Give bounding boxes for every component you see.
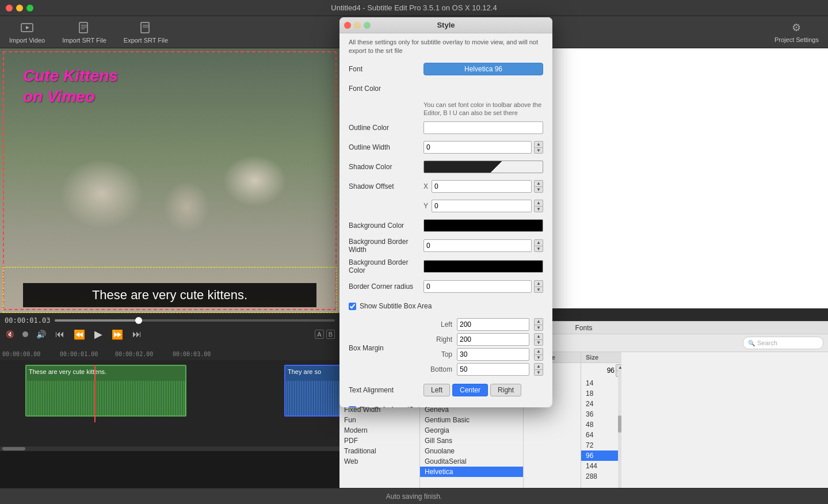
- align-left-button[interactable]: Left: [423, 384, 450, 396]
- size-24[interactable]: 24: [581, 399, 621, 409]
- border-corner-input[interactable]: [423, 280, 532, 293]
- bg-border-color-row: Background Border Color: [349, 258, 543, 274]
- family-goudita[interactable]: GouditaSerial: [420, 456, 523, 467]
- margin-bottom-input[interactable]: [457, 363, 529, 376]
- margin-bottom-down[interactable]: ▼: [534, 369, 543, 376]
- bg-border-width-up[interactable]: ▲: [534, 239, 543, 246]
- family-helvetica[interactable]: Helvetica: [420, 467, 523, 477]
- border-corner-up[interactable]: ▲: [534, 280, 543, 287]
- family-gill-sans[interactable]: Gill Sans: [420, 436, 523, 446]
- maximize-button[interactable]: [26, 5, 33, 12]
- margin-right-up[interactable]: ▲: [534, 333, 543, 339]
- collection-web[interactable]: Web: [339, 456, 419, 467]
- dialog-subtitle: All these settings only for subtitle ove…: [339, 33, 552, 58]
- margin-bottom-up[interactable]: ▲: [534, 363, 543, 369]
- rewind-button[interactable]: ⏪: [73, 328, 86, 341]
- dialog-min-button[interactable]: [354, 22, 361, 29]
- title-safe-outer-checkbox[interactable]: [349, 406, 356, 407]
- bg-border-width-down[interactable]: ▼: [534, 246, 543, 252]
- time-row: 00:00:01.03: [5, 315, 335, 326]
- export-srt-button[interactable]: Export SRT File: [124, 21, 168, 44]
- bg-border-width-row: Background Border Width ▲ ▼: [349, 238, 543, 254]
- shadow-x-label: X: [423, 182, 428, 190]
- size-14[interactable]: 14: [581, 378, 621, 388]
- size-96[interactable]: 96: [581, 450, 621, 461]
- align-right-button[interactable]: Right: [490, 384, 521, 396]
- size-48[interactable]: 48: [581, 419, 621, 430]
- border-corner-down[interactable]: ▼: [534, 287, 543, 293]
- outline-width-up[interactable]: ▲: [534, 141, 543, 147]
- import-video-button[interactable]: Import Video: [9, 21, 45, 44]
- size-72[interactable]: 72: [581, 440, 621, 450]
- import-srt-button[interactable]: Import SRT File: [62, 21, 106, 44]
- family-georgia[interactable]: Georgia: [420, 425, 523, 436]
- align-center-button[interactable]: Center: [452, 384, 488, 396]
- skip-end-button[interactable]: ⏭: [131, 328, 143, 341]
- mute-button[interactable]: 🔇: [5, 329, 16, 339]
- project-settings-button[interactable]: ⚙ Project Settings: [774, 21, 819, 43]
- minimize-button[interactable]: [16, 5, 23, 12]
- dialog-max-button[interactable]: [364, 22, 371, 29]
- shadow-y-down[interactable]: ▼: [534, 206, 543, 212]
- font-selector-button[interactable]: Helvetica 96: [423, 63, 543, 75]
- playhead[interactable]: [94, 365, 96, 422]
- shadow-x-input[interactable]: [432, 180, 532, 193]
- shadow-x-up[interactable]: ▲: [534, 180, 543, 186]
- text-alignment-label: Text Alignment: [349, 386, 423, 394]
- skip-start-button[interactable]: ⏮: [54, 328, 66, 341]
- margin-left-stepper: ▲ ▼: [534, 318, 543, 331]
- collection-pdf[interactable]: PDF: [339, 436, 419, 446]
- collection-modern[interactable]: Modern: [339, 425, 419, 436]
- size-144[interactable]: 144: [581, 461, 621, 471]
- bg-border-width-input[interactable]: [423, 239, 532, 252]
- show-subtitle-box-checkbox[interactable]: [349, 303, 356, 310]
- title-safe-outer-row: Title Safe Area (Outer): [349, 402, 543, 407]
- shadow-y-up[interactable]: ▲: [534, 200, 543, 206]
- margin-top-input[interactable]: [457, 348, 529, 361]
- family-gentium[interactable]: Gentium Basic: [420, 415, 523, 425]
- outline-color-swatch[interactable]: [423, 121, 543, 134]
- play-button[interactable]: ▶: [93, 327, 104, 342]
- shadow-color-swatch[interactable]: [423, 161, 543, 173]
- margin-right-input[interactable]: [457, 333, 529, 346]
- fonts-search-box[interactable]: 🔍 Search: [743, 337, 823, 349]
- size-64[interactable]: 64: [581, 430, 621, 440]
- title-safe-outer-label[interactable]: Title Safe Area (Outer): [349, 406, 429, 407]
- bg-border-color-swatch[interactable]: [423, 260, 543, 273]
- close-button[interactable]: [6, 5, 13, 12]
- box-margin-value: Left ▲ ▼ Right ▲ ▼: [423, 318, 543, 378]
- collection-traditional[interactable]: Traditional: [339, 446, 419, 456]
- timeline-scrollbar[interactable]: [0, 446, 339, 451]
- volume-icon[interactable]: 🔊: [35, 329, 47, 340]
- family-gnuolane[interactable]: Gnuolane: [420, 446, 523, 456]
- collection-fun[interactable]: Fun: [339, 415, 419, 425]
- subtitle-main-text: These are very cute kittens.: [92, 288, 247, 302]
- dialog-close-button[interactable]: [344, 22, 351, 29]
- margin-right-down[interactable]: ▼: [534, 339, 543, 346]
- marker-a-button[interactable]: A: [315, 330, 323, 339]
- subtitle-pink-line2: on Vimeo: [23, 86, 118, 107]
- fast-forward-button[interactable]: ⏩: [110, 328, 124, 341]
- bg-border-color-value: [423, 260, 543, 273]
- fonts-search-icon: 🔍: [748, 340, 755, 346]
- scrollbar-thumb[interactable]: [2, 447, 25, 450]
- shadow-y-input[interactable]: [432, 200, 532, 212]
- timeline-clip-they[interactable]: They are so: [284, 365, 339, 417]
- bg-color-swatch[interactable]: [423, 219, 543, 232]
- size-36[interactable]: 36: [581, 409, 621, 419]
- size-18[interactable]: 18: [581, 388, 621, 399]
- margin-left-input[interactable]: [457, 318, 529, 331]
- marker-b-button[interactable]: B: [326, 330, 335, 339]
- margin-left-up[interactable]: ▲: [534, 318, 543, 324]
- timeline-clip-kittens[interactable]: These are very cute kittens.: [25, 365, 186, 417]
- margin-top-down[interactable]: ▼: [534, 354, 543, 361]
- show-subtitle-box-label[interactable]: Show Subtitle Box Area: [349, 302, 432, 310]
- size-input[interactable]: [586, 366, 615, 375]
- progress-bar[interactable]: [55, 319, 335, 322]
- outline-width-input[interactable]: [423, 141, 532, 154]
- shadow-x-down[interactable]: ▼: [534, 186, 543, 193]
- margin-left-down[interactable]: ▼: [534, 324, 543, 331]
- margin-top-up[interactable]: ▲: [534, 348, 543, 354]
- outline-width-down[interactable]: ▼: [534, 147, 543, 154]
- size-288[interactable]: 288: [581, 471, 621, 482]
